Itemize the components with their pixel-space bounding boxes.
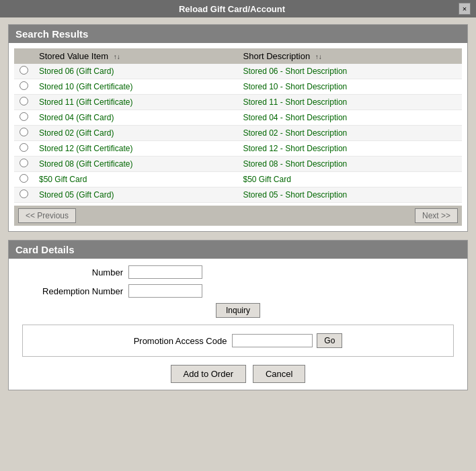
- description-cell: Stored 11 - Short Description: [238, 95, 463, 110]
- description-cell: Stored 12 - Short Description: [238, 141, 463, 157]
- table-row: Stored 10 (Gift Certificate)Stored 10 - …: [14, 79, 462, 95]
- inquiry-row: Inquiry: [22, 303, 454, 318]
- next-button[interactable]: Next >>: [415, 208, 458, 223]
- card-details-panel: Card Details Number Redemption Number In…: [8, 240, 468, 390]
- table-row: Stored 11 (Gift Certificate)Stored 11 - …: [14, 95, 462, 110]
- radio-cell: [14, 157, 34, 172]
- redemption-number-input[interactable]: [128, 284, 202, 298]
- inquiry-button[interactable]: Inquiry: [216, 303, 260, 318]
- radio-cell: [14, 110, 34, 126]
- row-radio-8[interactable]: [19, 189, 28, 198]
- sort-arrows-desc[interactable]: ↑↓: [315, 53, 322, 60]
- cancel-button[interactable]: Cancel: [253, 365, 305, 383]
- description-cell: Stored 10 - Short Description: [238, 79, 463, 95]
- item-cell: Stored 04 (Gift Card): [34, 110, 238, 126]
- row-radio-3[interactable]: [19, 112, 28, 121]
- row-radio-1[interactable]: [19, 81, 28, 90]
- table-row: Stored 04 (Gift Card)Stored 04 - Short D…: [14, 110, 462, 126]
- title-text: Reload Gift Card/Account: [5, 4, 459, 14]
- redemption-number-label: Redemption Number: [22, 286, 123, 296]
- radio-cell: [14, 126, 34, 141]
- action-row: Add to Order Cancel: [22, 365, 454, 383]
- radio-cell: [14, 79, 34, 95]
- add-to-order-button[interactable]: Add to Order: [171, 365, 246, 383]
- item-cell: Stored 06 (Gift Card): [34, 64, 238, 79]
- row-radio-4[interactable]: [19, 128, 28, 136]
- promo-input[interactable]: [232, 334, 313, 347]
- radio-cell: [14, 141, 34, 157]
- row-radio-7[interactable]: [19, 174, 28, 183]
- row-radio-2[interactable]: [19, 97, 28, 105]
- table-row: Stored 12 (Gift Certificate)Stored 12 - …: [14, 141, 462, 157]
- description-cell: Stored 08 - Short Description: [238, 157, 463, 172]
- item-cell: Stored 05 (Gift Card): [34, 187, 238, 203]
- row-radio-0[interactable]: [19, 66, 28, 75]
- table-row: Stored 02 (Gift Card)Stored 02 - Short D…: [14, 126, 462, 141]
- item-cell: Stored 02 (Gift Card): [34, 126, 238, 141]
- description-cell: Stored 04 - Short Description: [238, 110, 463, 126]
- radio-cell: [14, 64, 34, 79]
- radio-header-cell: [14, 48, 34, 64]
- search-results-panel: Search Results Stored Value Item ↑↓ Shor…: [8, 24, 468, 232]
- short-description-header: Short Description ↑↓: [238, 48, 463, 64]
- radio-cell: [14, 187, 34, 203]
- table-row: Stored 08 (Gift Certificate)Stored 08 - …: [14, 157, 462, 172]
- stored-value-item-header: Stored Value Item ↑↓: [34, 48, 238, 64]
- item-cell: Stored 10 (Gift Certificate): [34, 79, 238, 95]
- number-label: Number: [22, 267, 123, 277]
- card-details-header: Card Details: [9, 241, 467, 259]
- results-table: Stored Value Item ↑↓ Short Description ↑…: [14, 48, 462, 203]
- row-radio-6[interactable]: [19, 159, 28, 167]
- redemption-number-row: Redemption Number: [22, 284, 454, 298]
- radio-cell: [14, 95, 34, 110]
- nav-row: << Previous Next >>: [14, 206, 462, 226]
- promo-box: Promotion Access Code Go: [22, 325, 454, 357]
- item-cell: Stored 12 (Gift Certificate): [34, 141, 238, 157]
- previous-button[interactable]: << Previous: [18, 208, 76, 223]
- table-row: Stored 06 (Gift Card)Stored 06 - Short D…: [14, 64, 462, 79]
- number-row: Number: [22, 265, 454, 279]
- go-button[interactable]: Go: [317, 333, 342, 348]
- description-cell: Stored 02 - Short Description: [238, 126, 463, 141]
- item-cell: Stored 08 (Gift Certificate): [34, 157, 238, 172]
- search-results-header: Search Results: [9, 25, 467, 43]
- close-button[interactable]: ×: [459, 3, 471, 15]
- sort-arrows-item[interactable]: ↑↓: [114, 53, 120, 60]
- radio-cell: [14, 172, 34, 187]
- title-bar: Reload Gift Card/Account ×: [0, 0, 476, 17]
- item-cell: $50 Gift Card: [34, 172, 238, 187]
- promo-label: Promotion Access Code: [134, 336, 227, 346]
- description-cell: Stored 05 - Short Description: [238, 187, 463, 203]
- number-input[interactable]: [128, 265, 202, 279]
- row-radio-5[interactable]: [19, 143, 28, 152]
- description-cell: Stored 06 - Short Description: [238, 64, 463, 79]
- table-row: Stored 05 (Gift Card)Stored 05 - Short D…: [14, 187, 462, 203]
- item-cell: Stored 11 (Gift Certificate): [34, 95, 238, 110]
- description-cell: $50 Gift Card: [238, 172, 463, 187]
- table-row: $50 Gift Card$50 Gift Card: [14, 172, 462, 187]
